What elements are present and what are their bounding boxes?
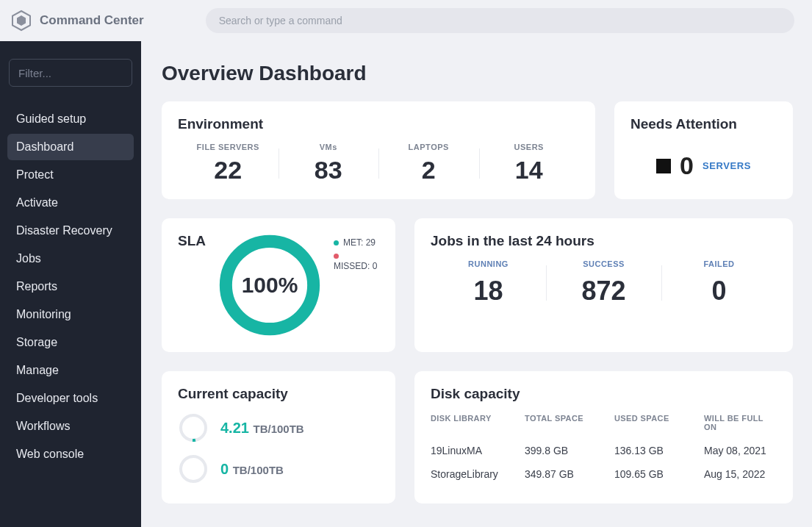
sla-card: SLA 100% MET: 29 MISSED: 0 bbox=[162, 218, 395, 352]
capacity-total-value: 100 bbox=[251, 464, 269, 476]
env-stat-label: LAPTOPS bbox=[378, 143, 479, 151]
page-title: Overview Dashboard bbox=[162, 62, 793, 85]
current-capacity-card: Current capacity 4.21 TB/100TB bbox=[162, 371, 395, 503]
app-logo-icon bbox=[10, 10, 32, 32]
sla-legend-met: MET: 29 bbox=[334, 237, 379, 248]
main-content: Overview Dashboard Environment FILE SERV… bbox=[141, 41, 812, 527]
needs-attention-title: Needs Attention bbox=[630, 116, 777, 132]
jobs-stat-label: FAILED bbox=[661, 259, 777, 268]
attention-servers-link[interactable]: SERVERS bbox=[703, 160, 751, 171]
app-title: Command Center bbox=[40, 13, 144, 28]
capacity-used-unit: TB bbox=[233, 464, 248, 476]
disk-table-header: DISK LIBRARY TOTAL SPACE USED SPACE WILL… bbox=[431, 414, 777, 431]
sla-legend-met-label: MET: 29 bbox=[343, 237, 376, 248]
global-search-input[interactable] bbox=[219, 15, 781, 26]
capacity-row-1: 4.21 TB/100TB bbox=[178, 412, 379, 443]
capacity-used-value: 4.21 bbox=[220, 420, 249, 436]
jobs-stat-running[interactable]: RUNNING 18 bbox=[431, 259, 546, 306]
env-stat-value: 14 bbox=[479, 156, 580, 184]
disk-cell-total: 349.87 GB bbox=[525, 468, 614, 480]
svg-point-5 bbox=[181, 456, 206, 481]
disk-cell-library: 19LinuxMA bbox=[431, 445, 525, 456]
needs-attention-card: Needs Attention 0 SERVERS bbox=[614, 101, 793, 199]
disk-capacity-title: Disk capacity bbox=[431, 386, 777, 402]
svg-marker-1 bbox=[17, 15, 26, 26]
capacity-text: 4.21 TB/100TB bbox=[220, 420, 304, 437]
sidebar-item-developer-tools[interactable]: Developer tools bbox=[7, 385, 134, 412]
env-stat-laptops[interactable]: LAPTOPS 2 bbox=[378, 143, 479, 184]
jobs-stat-success[interactable]: SUCCESS 872 bbox=[546, 259, 661, 306]
capacity-total-value: 100 bbox=[271, 423, 290, 435]
env-stat-label: USERS bbox=[479, 143, 580, 151]
disk-cell-used: 136.13 GB bbox=[614, 445, 704, 456]
sla-legend-missed: MISSED: 0 bbox=[334, 251, 379, 271]
env-stat-label: FILE SERVERS bbox=[178, 143, 279, 151]
disk-col-total: TOTAL SPACE bbox=[525, 414, 614, 431]
environment-title: Environment bbox=[178, 116, 579, 132]
env-stat-value: 22 bbox=[178, 156, 279, 184]
disk-cell-full-on: May 08, 2021 bbox=[704, 445, 777, 456]
attention-count: 0 bbox=[680, 151, 694, 180]
disk-col-library: DISK LIBRARY bbox=[431, 414, 525, 431]
env-stat-file-servers[interactable]: FILE SERVERS 22 bbox=[178, 143, 279, 184]
disk-cell-total: 399.8 GB bbox=[525, 445, 614, 456]
sidebar-item-manage[interactable]: Manage bbox=[7, 357, 134, 384]
capacity-total-unit: TB bbox=[290, 423, 304, 435]
sidebar-item-disaster-recovery[interactable]: Disaster Recovery bbox=[7, 218, 134, 244]
capacity-ring-icon bbox=[178, 453, 209, 484]
sidebar-item-activate[interactable]: Activate bbox=[7, 190, 134, 216]
env-stat-value: 2 bbox=[378, 156, 479, 184]
sidebar: Guided setup Dashboard Protect Activate … bbox=[0, 41, 141, 527]
sla-legend: MET: 29 MISSED: 0 bbox=[334, 237, 379, 337]
table-row[interactable]: 19LinuxMA 399.8 GB 136.13 GB May 08, 202… bbox=[431, 439, 777, 462]
disk-cell-used: 109.65 GB bbox=[614, 468, 704, 480]
env-stat-vms[interactable]: VMs 83 bbox=[279, 143, 379, 184]
attention-status-icon bbox=[656, 159, 671, 173]
jobs-card: Jobs in the last 24 hours RUNNING 18 SUC… bbox=[414, 218, 793, 352]
capacity-used-unit: TB bbox=[254, 423, 268, 435]
table-row[interactable]: StorageLibrary 349.87 GB 109.65 GB Aug 1… bbox=[431, 462, 777, 486]
disk-col-used: USED SPACE bbox=[614, 414, 704, 431]
jobs-stat-value: 18 bbox=[431, 276, 546, 306]
sidebar-nav: Guided setup Dashboard Protect Activate … bbox=[7, 106, 134, 467]
disk-col-full-on: WILL BE FULL ON bbox=[704, 414, 777, 431]
sidebar-item-web-console[interactable]: Web console bbox=[7, 441, 134, 467]
jobs-stat-label: RUNNING bbox=[431, 259, 546, 268]
capacity-row-2: 0 TB/100TB bbox=[178, 453, 379, 484]
disk-cell-library: StorageLibrary bbox=[431, 468, 525, 480]
sidebar-item-reports[interactable]: Reports bbox=[7, 273, 134, 300]
svg-point-4 bbox=[179, 413, 207, 442]
sidebar-item-guided-setup[interactable]: Guided setup bbox=[7, 106, 134, 132]
sidebar-item-workflows[interactable]: Workflows bbox=[7, 413, 134, 440]
env-stat-users[interactable]: USERS 14 bbox=[479, 143, 580, 184]
capacity-text: 0 TB/100TB bbox=[220, 461, 284, 478]
sla-donut-chart: 100% bbox=[218, 233, 322, 337]
sidebar-item-monitoring[interactable]: Monitoring bbox=[7, 301, 134, 328]
sidebar-item-protect[interactable]: Protect bbox=[7, 162, 134, 188]
capacity-total-unit: TB bbox=[269, 464, 284, 476]
capacity-used-value: 0 bbox=[220, 461, 229, 477]
sidebar-item-storage[interactable]: Storage bbox=[7, 329, 134, 356]
environment-card: Environment FILE SERVERS 22 VMs 83 LAPTO… bbox=[162, 101, 595, 199]
sidebar-item-jobs[interactable]: Jobs bbox=[7, 245, 134, 272]
sla-legend-missed-label: MISSED: 0 bbox=[334, 261, 377, 271]
disk-cell-full-on: Aug 15, 2022 bbox=[704, 468, 777, 480]
jobs-stat-value: 872 bbox=[546, 276, 661, 306]
current-capacity-title: Current capacity bbox=[178, 386, 379, 402]
jobs-stat-value: 0 bbox=[661, 276, 777, 306]
env-stat-value: 83 bbox=[279, 156, 379, 184]
disk-capacity-card: Disk capacity DISK LIBRARY TOTAL SPACE U… bbox=[414, 371, 793, 503]
jobs-stat-failed[interactable]: FAILED 0 bbox=[661, 259, 777, 306]
global-search[interactable] bbox=[206, 8, 794, 33]
env-stat-label: VMs bbox=[279, 143, 379, 151]
sidebar-item-dashboard[interactable]: Dashboard bbox=[7, 134, 134, 160]
jobs-title: Jobs in the last 24 hours bbox=[431, 233, 777, 249]
jobs-stat-label: SUCCESS bbox=[546, 259, 661, 268]
sla-percent: 100% bbox=[218, 233, 322, 337]
sidebar-filter-input[interactable] bbox=[18, 67, 123, 79]
sla-title: SLA bbox=[178, 233, 206, 249]
svg-point-3 bbox=[181, 415, 206, 440]
sidebar-filter[interactable] bbox=[9, 59, 132, 87]
capacity-ring-icon bbox=[178, 412, 209, 443]
